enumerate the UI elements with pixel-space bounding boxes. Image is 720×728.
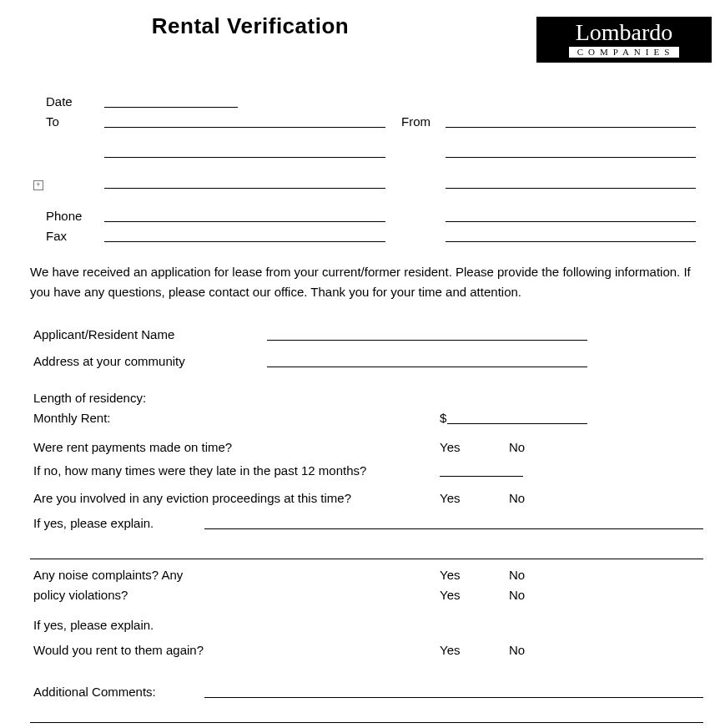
logo-line2: COMPANIES	[569, 47, 680, 58]
policy-no[interactable]: No	[509, 588, 525, 602]
plus-icon: +	[33, 180, 43, 190]
to-field-2[interactable]	[104, 157, 385, 158]
from-label: From	[401, 114, 430, 129]
explain1-field[interactable]	[204, 528, 703, 529]
address-label: Address at your community	[33, 354, 185, 368]
to-label: To	[46, 114, 59, 129]
applicant-field[interactable]	[267, 340, 587, 341]
address-field[interactable]	[267, 367, 587, 367]
date-field[interactable]	[104, 107, 238, 108]
divider-2	[30, 722, 703, 723]
divider-1	[30, 559, 703, 559]
logo: Lombardo COMPANIES	[536, 17, 712, 63]
policy-label: policy violations?	[33, 588, 128, 602]
comments-field[interactable]	[204, 697, 703, 698]
rentagain-yes[interactable]: Yes	[440, 643, 460, 657]
rentagain-label: Would you rent to them again?	[33, 643, 204, 657]
eviction-label: Are you involved in any eviction proceed…	[33, 491, 351, 505]
explain2-label: If yes, please explain.	[33, 618, 154, 632]
ontime-no[interactable]: No	[509, 440, 525, 454]
ontime-yes[interactable]: Yes	[440, 440, 460, 454]
rent-field[interactable]	[447, 423, 587, 424]
from-field-4[interactable]	[446, 221, 696, 222]
phone-label: Phone	[46, 209, 82, 223]
applicant-label: Applicant/Resident Name	[33, 327, 174, 341]
noise-label: Any noise complaints? Any	[33, 568, 183, 582]
date-label: Date	[46, 94, 73, 109]
late-label: If no, how many times were they late in …	[33, 463, 366, 478]
comments-label: Additional Comments:	[33, 685, 156, 699]
ontime-label: Were rent payments made on time?	[33, 440, 232, 454]
fax-label: Fax	[46, 229, 67, 243]
rent-label: Monthly Rent:	[33, 411, 111, 425]
late-field[interactable]	[440, 476, 523, 477]
page-title: Rental Verification	[0, 13, 501, 39]
rentagain-no[interactable]: No	[509, 643, 525, 657]
to-field-3[interactable]	[104, 188, 385, 189]
eviction-yes[interactable]: Yes	[440, 491, 460, 505]
from-field-2[interactable]	[446, 157, 696, 158]
explain1-label: If yes, please explain.	[33, 516, 154, 530]
from-field-1[interactable]	[446, 127, 696, 128]
from-field-3[interactable]	[446, 188, 696, 189]
logo-line1: Lombardo	[576, 21, 673, 44]
eviction-no[interactable]: No	[509, 491, 525, 505]
rent-prefix: $	[440, 411, 446, 425]
noise-no[interactable]: No	[509, 568, 525, 582]
phone-field[interactable]	[104, 221, 385, 222]
noise-yes[interactable]: Yes	[440, 568, 460, 582]
length-label: Length of residency:	[33, 391, 146, 405]
to-field-1[interactable]	[104, 127, 385, 128]
from-field-5[interactable]	[446, 241, 696, 242]
policy-yes[interactable]: Yes	[440, 588, 460, 602]
fax-field[interactable]	[104, 241, 385, 242]
intro-text: We have received an application for leas…	[30, 262, 703, 302]
